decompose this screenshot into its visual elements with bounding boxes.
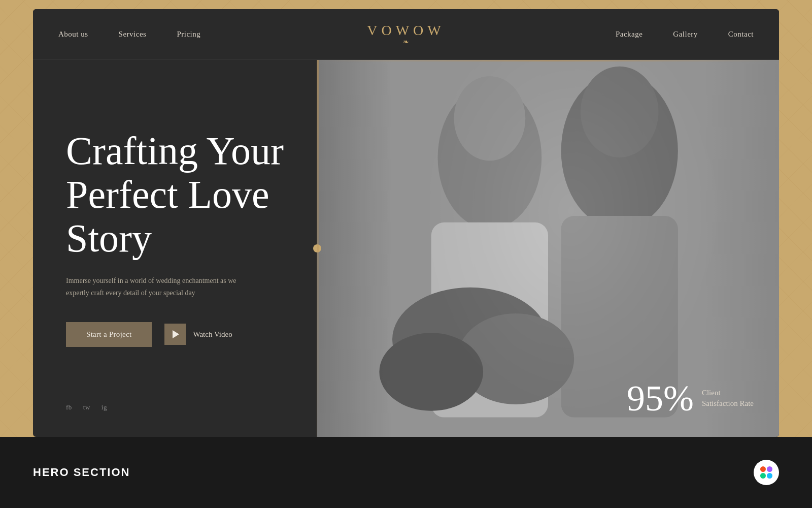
watch-video-label: Watch Video: [193, 330, 232, 339]
social-facebook[interactable]: fb: [66, 403, 72, 411]
social-links: fb tw ig: [66, 403, 287, 411]
hero-buttons: Start a Project Watch Video: [66, 322, 287, 347]
nav-gallery[interactable]: Gallery: [673, 30, 697, 39]
nav-right: Package Gallery Contact: [616, 30, 754, 39]
nav-services[interactable]: Services: [119, 30, 147, 39]
nav-about[interactable]: About us: [58, 30, 88, 39]
logo-ornament: ❧: [367, 38, 445, 46]
social-instagram[interactable]: ig: [101, 403, 107, 411]
figma-dot-purple: [767, 466, 772, 472]
logo-text: VOWOW: [367, 22, 445, 39]
stats-overlay: 95% Client Satisfaction Rate: [627, 380, 754, 417]
main-card: About us Services Pricing VOWOW ❧ Packag…: [33, 9, 779, 437]
social-twitter[interactable]: tw: [83, 403, 90, 411]
stats-inline: 95% Client Satisfaction Rate: [627, 380, 754, 417]
hero-right: 95% Client Satisfaction Rate: [317, 60, 779, 437]
hero-subtitle: Immerse yourself in a world of wedding e…: [66, 275, 259, 299]
figma-dot-blue: [767, 473, 772, 479]
figma-dots: [760, 466, 772, 479]
section-label: HERO SECTION: [33, 466, 130, 479]
stats-line2: Satisfaction Rate: [702, 398, 754, 409]
hero-content: Crafting Your Perfect Love Story Immerse…: [66, 93, 287, 383]
play-button-icon: [164, 324, 186, 345]
nav-pricing[interactable]: Pricing: [177, 30, 200, 39]
nav-logo: VOWOW ❧: [367, 22, 445, 46]
stats-line1: Client: [702, 388, 754, 398]
figma-badge: [754, 460, 779, 485]
play-triangle-icon: [173, 330, 179, 338]
nav-contact[interactable]: Contact: [728, 30, 754, 39]
nav-package[interactable]: Package: [616, 30, 642, 39]
stats-percent: 95%: [627, 380, 694, 417]
hero-left: Crafting Your Perfect Love Story Immerse…: [33, 60, 317, 437]
bottom-bar: HERO SECTION: [0, 437, 812, 508]
figma-dot-green: [760, 473, 766, 479]
image-border-left: [317, 60, 319, 437]
stats-text-block: Client Satisfaction Rate: [700, 388, 754, 409]
nav-left: About us Services Pricing: [58, 30, 200, 39]
hero-section: Crafting Your Perfect Love Story Immerse…: [33, 60, 779, 437]
navbar: About us Services Pricing VOWOW ❧ Packag…: [33, 9, 779, 60]
watch-video-button[interactable]: Watch Video: [164, 324, 232, 345]
hero-title: Crafting Your Perfect Love Story: [66, 129, 287, 260]
image-border-top: [317, 60, 779, 61]
start-project-button[interactable]: Start a Project: [66, 322, 152, 347]
figma-dot-red: [760, 466, 766, 472]
